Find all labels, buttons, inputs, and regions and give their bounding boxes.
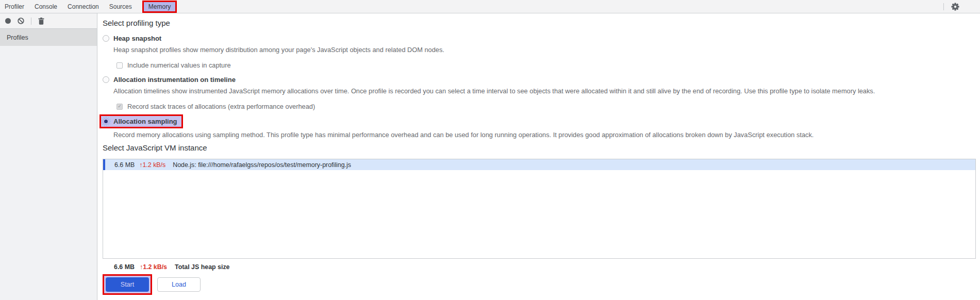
vm-instance-heading: Select JavaScript VM instance: [103, 143, 980, 153]
heap-snapshot-radio-row[interactable]: Heap snapshot: [103, 35, 980, 42]
vm-heap-size: 6.6 MB: [114, 161, 135, 169]
record-stack-traces-row: ✓ Record stack traces of allocations (ex…: [117, 103, 980, 110]
record-stack-traces-label: Record stack traces of allocations (extr…: [127, 103, 315, 110]
record-stack-traces-checkbox: ✓: [117, 104, 123, 110]
allocation-sampling-radio[interactable]: [103, 118, 109, 125]
profiles-sidebar: Profiles: [0, 29, 97, 300]
toolbar-divider: [31, 18, 31, 25]
start-button[interactable]: Start: [106, 277, 149, 292]
option-allocation-timeline: Allocation instrumentation on timeline A…: [103, 76, 980, 110]
include-numerical-values-label[interactable]: Include numerical values in capture: [127, 61, 231, 69]
action-buttons: Start Load: [103, 274, 980, 295]
check-icon: ✓: [118, 104, 122, 109]
tab-profiler[interactable]: Profiler: [5, 3, 24, 10]
sidebar-item-profiles[interactable]: Profiles: [0, 29, 97, 46]
clear-profiles-icon[interactable]: [18, 18, 24, 24]
allocation-sampling-annotation-box: Allocation sampling: [99, 114, 183, 128]
settings-gear-icon[interactable]: [951, 3, 959, 11]
memory-panel-main: Select profiling type Heap snapshot Heap…: [97, 13, 980, 300]
allocation-timeline-radio[interactable]: [103, 76, 109, 83]
load-button[interactable]: Load: [157, 277, 201, 292]
heap-snapshot-radio[interactable]: [103, 35, 109, 42]
panel-tab-bar: Profiler Console Connection Sources Memo…: [0, 0, 980, 13]
tab-memory[interactable]: Memory: [142, 1, 177, 13]
devtools-window: Profiler Console Connection Sources Memo…: [0, 0, 980, 300]
allocation-timeline-description: Allocation timelines show instrumented J…: [113, 87, 980, 95]
total-heap-size: 6.6 MB: [114, 263, 135, 271]
toolbar-divider: [943, 3, 944, 10]
tab-bar-right: [943, 3, 980, 11]
record-profile-icon[interactable]: [5, 18, 11, 24]
tab-console[interactable]: Console: [35, 3, 57, 10]
vm-instance-name: Node.js: file:///home/rafaelgss/repos/os…: [173, 161, 351, 169]
allocation-sampling-description: Record memory allocations using sampling…: [113, 131, 980, 139]
vm-allocation-rate: ↑1.2 kB/s: [139, 161, 165, 169]
heap-snapshot-label[interactable]: Heap snapshot: [113, 35, 161, 42]
tab-connection[interactable]: Connection: [68, 3, 99, 10]
vm-instance-list: 6.6 MB ↑1.2 kB/s Node.js: file:///home/r…: [103, 159, 976, 259]
include-numerical-values-checkbox[interactable]: [117, 62, 123, 69]
total-allocation-rate: ↑1.2 kB/s: [140, 263, 167, 271]
left-panel: Profiles: [0, 13, 97, 300]
vm-instance-row[interactable]: 6.6 MB ↑1.2 kB/s Node.js: file:///home/r…: [103, 159, 975, 170]
allocation-timeline-radio-row[interactable]: Allocation instrumentation on timeline: [103, 76, 980, 84]
option-allocation-sampling: Allocation sampling Record memory alloca…: [103, 114, 980, 139]
include-numerical-values-row[interactable]: Include numerical values in capture: [117, 61, 980, 69]
start-button-annotation-box: Start: [103, 274, 152, 295]
trash-icon[interactable]: [38, 18, 44, 25]
tab-sources[interactable]: Sources: [109, 3, 132, 10]
memory-toolbar: [0, 13, 97, 29]
total-heap-row: 6.6 MB ↑1.2 kB/s Total JS heap size: [103, 263, 980, 271]
total-heap-label: Total JS heap size: [175, 263, 230, 271]
option-heap-snapshot: Heap snapshot Heap snapshot profiles sho…: [103, 35, 980, 69]
allocation-timeline-label[interactable]: Allocation instrumentation on timeline: [113, 76, 236, 84]
profiling-type-heading: Select profiling type: [103, 19, 980, 28]
heap-snapshot-description: Heap snapshot profiles show memory distr…: [113, 46, 980, 54]
allocation-sampling-label[interactable]: Allocation sampling: [113, 118, 177, 125]
